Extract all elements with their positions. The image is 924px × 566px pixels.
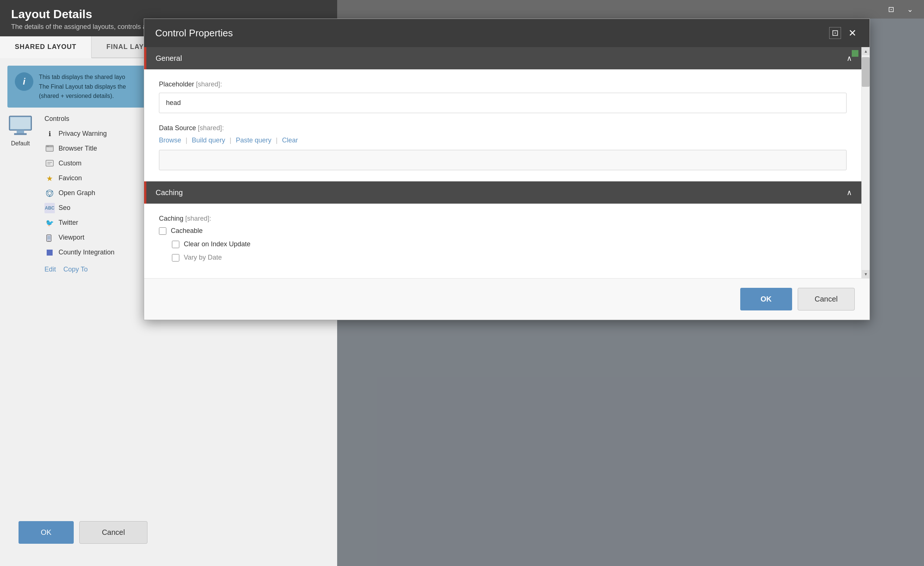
control-label-viewport: Viewport xyxy=(58,234,84,241)
control-label-favicon: Favicon xyxy=(58,174,82,182)
general-section-header-row: General ∧ xyxy=(144,47,861,69)
caching-collapse-icon[interactable]: ∧ xyxy=(847,188,852,197)
caching-section-content: Caching [shared]: Cacheable Clear on Ind… xyxy=(144,204,861,278)
bg-cancel-button[interactable]: Cancel xyxy=(79,521,147,544)
svg-rect-18 xyxy=(48,241,50,241)
control-label-privacy: Privacy Warning xyxy=(58,130,107,138)
chevron-icon[interactable]: ⌄ xyxy=(903,3,916,16)
general-section: General ∧ Placeholder [shared]: Data Sou… xyxy=(144,47,861,181)
svg-rect-3 xyxy=(14,133,27,135)
general-collapse-icon[interactable]: ∧ xyxy=(847,54,852,63)
placeholder-label: Placeholder [shared]: xyxy=(159,80,847,88)
tab-shared-layout[interactable]: SHARED LAYOUT xyxy=(0,36,92,58)
cacheable-label: Cacheable xyxy=(171,227,202,235)
svg-point-15 xyxy=(49,196,50,197)
control-label-custom: Custom xyxy=(58,160,81,167)
cacheable-checkbox[interactable] xyxy=(159,227,166,235)
vary-by-date-label: Vary by Date xyxy=(184,254,222,262)
caching-section-header-row: Caching ∧ xyxy=(144,181,861,204)
scroll-thumb[interactable] xyxy=(862,57,870,87)
modal-header-buttons: ⊡ ✕ xyxy=(829,27,858,39)
datasource-links: Browse | Build query | Paste query | Cle… xyxy=(159,137,847,144)
twitter-icon: 🐦 xyxy=(45,218,55,228)
modal-header: Control Properties ⊡ ✕ xyxy=(144,19,870,47)
cacheable-row: Cacheable xyxy=(159,227,847,235)
copy-to-link[interactable]: Copy To xyxy=(63,266,88,273)
control-label-twitter: Twitter xyxy=(58,219,78,227)
svg-rect-2 xyxy=(16,130,24,133)
datasource-shared-tag: [shared]: xyxy=(198,124,224,132)
edit-link[interactable]: Edit xyxy=(45,266,56,273)
placeholder-shared-tag: [shared]: xyxy=(196,80,222,88)
clear-on-index-label: Clear on Index Update xyxy=(184,240,250,248)
caching-field-label: Caching [shared]: xyxy=(159,215,847,223)
abc-icon: ABC xyxy=(45,203,55,213)
svg-rect-17 xyxy=(47,236,50,239)
datasource-label: Data Source [shared]: xyxy=(159,124,847,132)
caching-section: Caching ∧ Caching [shared]: Cacheable xyxy=(144,181,861,278)
control-label-browser: Browser Title xyxy=(58,145,97,152)
control-label-countly: Countly Integration xyxy=(58,248,114,256)
scrollbar[interactable]: ▲ ▼ xyxy=(861,47,870,278)
svg-point-7 xyxy=(48,146,48,146)
modal-title: Control Properties xyxy=(155,27,233,39)
clear-on-index-row: Clear on Index Update xyxy=(172,240,847,248)
paste-query-link[interactable]: Paste query xyxy=(236,137,271,144)
svg-rect-1 xyxy=(10,117,30,129)
bg-ok-button[interactable]: OK xyxy=(18,521,74,544)
caching-section-label: Caching xyxy=(156,188,183,197)
control-label-seo: Seo xyxy=(58,204,70,212)
sep1: | xyxy=(186,137,188,144)
custom-icon xyxy=(45,158,55,169)
datasource-input[interactable] xyxy=(159,150,847,170)
modal-footer: OK Cancel xyxy=(144,278,870,320)
modal-restore-button[interactable]: ⊡ xyxy=(829,27,841,39)
general-section-label: General xyxy=(156,54,182,63)
scroll-down-arrow[interactable]: ▼ xyxy=(862,270,870,278)
general-section-content: Placeholder [shared]: Data Source [share… xyxy=(144,69,861,181)
placeholder-input[interactable] xyxy=(159,93,847,113)
build-query-link[interactable]: Build query xyxy=(192,137,225,144)
sep2: | xyxy=(230,137,231,144)
sep3: | xyxy=(276,137,278,144)
svg-point-6 xyxy=(46,146,47,146)
modal-body: ▲ ▼ General ∧ Placeholder [shared]: xyxy=(144,47,870,278)
vary-by-date-checkbox[interactable] xyxy=(172,254,179,262)
general-section-header[interactable]: General ∧ xyxy=(146,47,861,69)
layout-icon-block: Default xyxy=(8,115,33,147)
top-bar: ⊡ ⌄ xyxy=(337,0,924,18)
layout-label: Default xyxy=(11,140,30,147)
info-circle-icon: ℹ xyxy=(45,129,55,139)
restore-icon[interactable]: ⊡ xyxy=(884,3,898,16)
browser-icon xyxy=(45,143,55,154)
modal-dialog: Control Properties ⊡ ✕ ▲ ▼ General ∧ xyxy=(144,18,870,320)
svg-point-14 xyxy=(51,191,53,192)
caching-section-header[interactable]: Caching ∧ xyxy=(146,181,861,204)
svg-point-13 xyxy=(46,191,48,192)
vary-by-date-row: Vary by Date xyxy=(172,254,847,262)
control-label-opengraph: Open Graph xyxy=(58,189,95,197)
ok-button[interactable]: OK xyxy=(740,288,792,310)
svg-rect-8 xyxy=(46,160,53,166)
clear-on-index-checkbox[interactable] xyxy=(172,241,179,248)
star-icon: ★ xyxy=(45,173,55,184)
computer-icon xyxy=(8,115,33,137)
status-indicator xyxy=(852,50,858,57)
svg-point-12 xyxy=(48,191,51,195)
modal-close-button[interactable]: ✕ xyxy=(847,27,858,39)
bg-bottom-buttons: OK Cancel xyxy=(18,521,147,544)
info-text: This tab displays the shared layo The Fi… xyxy=(39,72,126,101)
caching-shared-tag: [shared]: xyxy=(185,215,211,222)
graph-icon xyxy=(45,188,55,199)
clear-link[interactable]: Clear xyxy=(282,137,298,144)
cancel-button[interactable]: Cancel xyxy=(798,288,855,310)
viewport-icon xyxy=(45,233,55,243)
info-icon: i xyxy=(15,72,33,91)
scroll-up-arrow[interactable]: ▲ xyxy=(862,47,870,55)
square-icon xyxy=(45,247,55,258)
browse-link[interactable]: Browse xyxy=(159,137,181,144)
